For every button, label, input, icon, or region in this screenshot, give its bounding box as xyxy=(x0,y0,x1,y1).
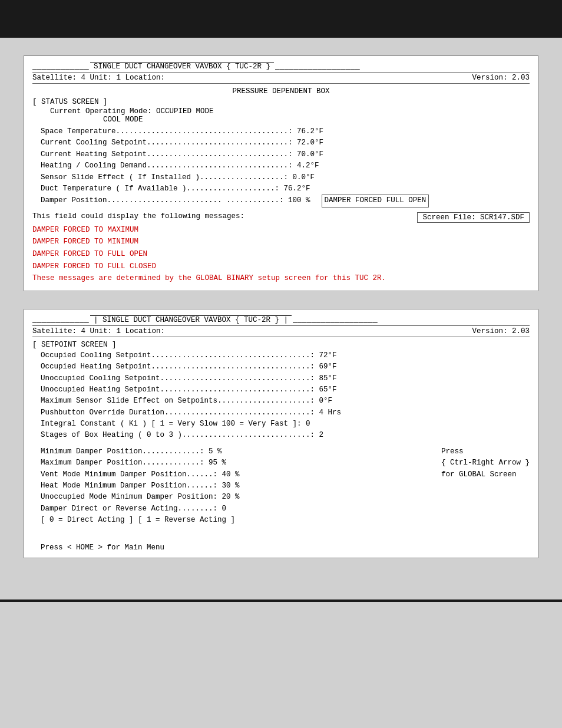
screen1-val-2: 70.0°F xyxy=(297,150,323,159)
screen2-field-6: Integral Constant ( Ki ) [ 1 = Very Slow… xyxy=(41,419,530,430)
header-bar xyxy=(0,0,562,35)
screen2-damp-1: Maximum Damper Position.............: 95… xyxy=(41,457,429,469)
screen2-press-label: Press xyxy=(441,446,530,457)
screen1-field-3: Heating / Cooling Demand................… xyxy=(41,160,530,172)
screen2-status-header: [ SETPOINT SCREEN ] xyxy=(32,341,530,349)
screen2-field-1: Occupied Heating Setpoint...............… xyxy=(41,361,530,373)
screen2-top-border: ⎯⎯⎯⎯⎯⎯⎯⎯⎯⎯⎯⎯ | SINGLE DUCT CHANGEOVER VA… xyxy=(32,315,530,324)
screen2-for-note: for GLOBAL Screen xyxy=(441,469,530,480)
screen2-dv-4: 20 % xyxy=(222,493,240,501)
screen1-red-line-3: DAMPER FORCED TO FULL CLOSED xyxy=(32,261,530,273)
screen1-val-0: 76.2°F xyxy=(297,127,323,136)
screen2-outer: ⎯⎯⎯⎯⎯⎯⎯⎯⎯⎯⎯⎯ | SINGLE DUCT CHANGEOVER VA… xyxy=(24,309,538,559)
screen1-op-mode1: Current Operating Mode: OCCUPIED MODE xyxy=(32,107,530,116)
screen2-damp-0: Minimum Damper Position.............: 5 … xyxy=(41,446,429,457)
screen2-footer: Press < HOME > for Main Menu xyxy=(32,543,530,552)
screen2-field-2: Unoccupied Cooling Setpoint.............… xyxy=(41,373,530,384)
screen1-field-1: Current Cooling Setpoint................… xyxy=(41,137,530,149)
screen2-field-3: Unoccupied Heating Setpoint.............… xyxy=(41,384,530,396)
screen1-status-header: [ STATUS SCREEN ] xyxy=(32,98,530,106)
screen1-field-2: Current Heating Setpoint................… xyxy=(41,149,530,160)
bottom-divider xyxy=(0,599,562,602)
screen2-val-2: 85°F xyxy=(319,374,337,383)
screen1-note-line: This field could display the following m… xyxy=(32,212,530,223)
screen1-satellite: Satellite: 4 Unit: 1 Location: xyxy=(32,74,165,82)
screen1-damper-label: Damper Position.........................… xyxy=(41,195,310,206)
screen2-dv-5: 0 xyxy=(222,505,227,513)
screen1-field-5: Duct Temperature ( If Available ).......… xyxy=(41,183,530,195)
screen1-damper-forced-box: DAMPER FORCED FULL OPEN xyxy=(322,195,429,207)
screen1-val-4: 0.0°F xyxy=(293,173,315,182)
screen2-val-0: 72°F xyxy=(319,351,337,360)
screen2-damp-3: Heat Mode Minimum Damper Position......:… xyxy=(41,480,429,492)
screen2-val-6: 0 xyxy=(306,420,310,428)
screen2-dashes-left: ⎯⎯⎯⎯⎯⎯⎯⎯⎯⎯⎯⎯ xyxy=(32,315,89,324)
screen2-satellite-line: Satellite: 4 Unit: 1 Location: Version: … xyxy=(32,325,530,337)
screen2-dv-3: 30 % xyxy=(222,482,240,490)
screen2-val-1: 69°F xyxy=(319,363,337,371)
screen1-field-4: Sensor Slide Effect ( If Installed )....… xyxy=(41,172,530,183)
screen2-field-0: Occupied Cooling Setpoint...............… xyxy=(41,350,530,361)
screen2-val-3: 65°F xyxy=(319,386,337,394)
screen1-val-3: 4.2°F xyxy=(297,162,319,170)
screen1-red-line-0: DAMPER FORCED TO MAXIMUM xyxy=(32,224,530,236)
screen2-damp-5: Damper Direct or Reverse Acting........:… xyxy=(41,503,429,515)
screen1-field-0: Space Temperature.......................… xyxy=(41,126,530,137)
screen1-red-lines: DAMPER FORCED TO MAXIMUM DAMPER FORCED T… xyxy=(32,224,530,285)
screen1-version: Version: 2.03 xyxy=(472,74,530,82)
screen1-red-line-2: DAMPER FORCED TO FULL OPEN xyxy=(32,248,530,261)
screen1-note-prefix: This field could display the following m… xyxy=(32,212,244,220)
screen2-field-5: Pushbutton Override Duration............… xyxy=(41,407,530,419)
screen2-val-7: 2 xyxy=(319,431,324,439)
screen1-top-border: ⎯⎯⎯⎯⎯⎯⎯⎯⎯⎯⎯⎯ SINGLE DUCT CHANGEOVER VAVB… xyxy=(32,62,530,71)
screen2-dashes-right: ⎯⎯⎯⎯⎯⎯⎯⎯⎯⎯⎯⎯⎯⎯⎯⎯⎯⎯ xyxy=(293,315,378,324)
screen2-field-7: Stages of Box Heating ( 0 to 3 )........… xyxy=(41,430,530,441)
screen1-dashes-right: ⎯⎯⎯⎯⎯⎯⎯⎯⎯⎯⎯⎯⎯⎯⎯⎯⎯⎯ xyxy=(275,62,360,71)
screen1-red-line-1: DAMPER FORCED TO MINIMUM xyxy=(32,236,530,248)
screen2-ctrl-note: { Ctrl-Right Arrow } xyxy=(441,457,530,469)
screen1-subtitle: PRESSURE DEPENDENT BOX xyxy=(32,87,530,95)
screen2-press-note: Press { Ctrl-Right Arrow } for GLOBAL Sc… xyxy=(429,446,530,526)
screen1-val-6: 100 % xyxy=(288,196,310,205)
screen1-outer: ⎯⎯⎯⎯⎯⎯⎯⎯⎯⎯⎯⎯ SINGLE DUCT CHANGEOVER VAVB… xyxy=(24,55,538,291)
screen2-dv-1: 95 % xyxy=(209,459,226,467)
screen2-damp-4: Unoccupied Mode Minimum Damper Position:… xyxy=(41,492,429,503)
screen1-field-6: Damper Position.........................… xyxy=(41,195,530,207)
screen1-fields: Space Temperature.......................… xyxy=(32,126,530,207)
screen1-dashes-left: ⎯⎯⎯⎯⎯⎯⎯⎯⎯⎯⎯⎯ xyxy=(32,62,89,71)
screen1-top-title: SINGLE DUCT CHANGEOVER VAVBOX { TUC-2R } xyxy=(90,62,274,71)
screen1-bottom-note: These messages are determined by the GLO… xyxy=(32,272,530,285)
screen2-damper-fields: Minimum Damper Position.............: 5 … xyxy=(41,446,429,526)
screen2-damper-section: Minimum Damper Position.............: 5 … xyxy=(32,446,530,526)
screen2-version: Version: 2.03 xyxy=(472,327,530,335)
screen1-screen-file-box: Screen File: SCR147.SDF xyxy=(417,212,530,223)
screen2-damp-2: Vent Mode Minimum Damper Position......:… xyxy=(41,469,429,480)
screen1-op-mode2: COOL MODE xyxy=(32,116,530,124)
screen2-top-title: | SINGLE DUCT CHANGEOVER VAVBOX { TUC-2R… xyxy=(90,315,292,324)
screen1-val-1: 72.0°F xyxy=(297,139,323,147)
screen1-satellite-line: Satellite: 4 Unit: 1 Location: Version: … xyxy=(32,72,530,84)
screen2-val-5: 4 Hrs xyxy=(319,409,342,417)
screen2-val-4: 0°F xyxy=(319,397,333,405)
screen1-val-5: 76.2°F xyxy=(284,185,310,193)
header-title-block xyxy=(12,7,177,28)
screen2-satellite: Satellite: 4 Unit: 1 Location: xyxy=(32,327,165,335)
screen2-acting-note: [ 0 = Direct Acting ] [ 1 = Reverse Acti… xyxy=(41,515,429,526)
screen2-dv-0: 5 % xyxy=(209,447,222,456)
screen2-field-4: Maximum Sensor Slide Effect on Setpoints… xyxy=(41,396,530,407)
screen2-dv-2: 40 % xyxy=(222,470,240,479)
screen2-fields: Occupied Cooling Setpoint...............… xyxy=(32,350,530,442)
